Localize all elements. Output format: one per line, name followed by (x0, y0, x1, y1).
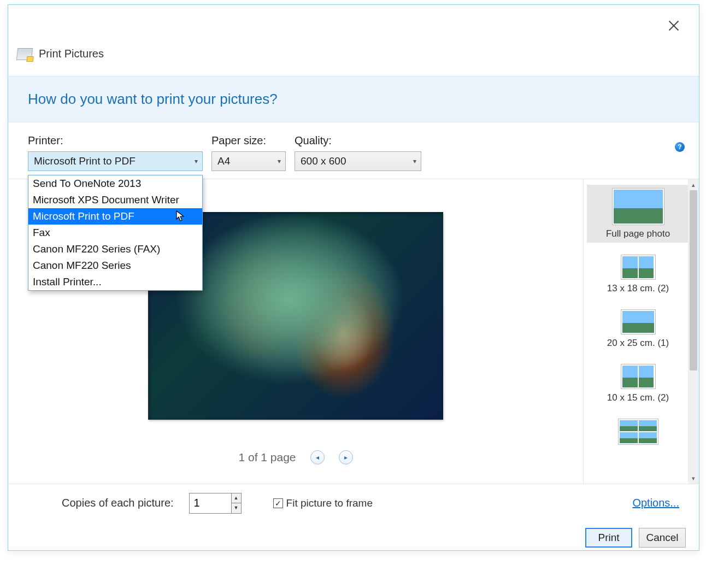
printer-option[interactable]: Fax (28, 225, 202, 241)
chevron-down-icon: ▾ (413, 157, 416, 165)
header-question: How do you want to print your pictures? (28, 91, 679, 108)
bottom-bar: Copies of each picture: ▲ ▼ ✓ Fit pictur… (8, 484, 699, 522)
quality-select[interactable]: 600 x 600▾ (295, 151, 421, 171)
printer-option[interactable]: Send To OneNote 2013 (28, 175, 202, 192)
chevron-down-icon: ▾ (278, 157, 281, 165)
header-band: How do you want to print your pictures? (8, 76, 699, 122)
printer-option[interactable]: Canon MF220 Series (28, 257, 202, 274)
layout-option[interactable] (587, 415, 689, 451)
print-pictures-dialog: Print Pictures How do you want to print … (8, 4, 699, 551)
config-row: Printer: Microsoft Print to PDF▾ Paper s… (8, 122, 699, 179)
printer-option[interactable]: Microsoft XPS Document Writer (28, 192, 202, 208)
scroll-down-icon[interactable]: ▾ (688, 473, 699, 484)
prev-page-button[interactable]: ◂ (310, 450, 325, 464)
help-icon[interactable]: ? (675, 142, 685, 152)
print-button[interactable]: Print (585, 528, 632, 548)
close-icon[interactable] (666, 18, 681, 33)
scroll-up-icon[interactable]: ▴ (688, 179, 699, 190)
next-page-button[interactable]: ▸ (339, 450, 353, 464)
layout-label: Full page photo (606, 228, 670, 239)
layout-scrollbar[interactable]: ▴ ▾ (688, 179, 699, 484)
printer-option[interactable]: Canon MF220 Series (FAX) (28, 241, 202, 257)
copies-spinner[interactable]: ▲ ▼ (189, 493, 242, 514)
layout-panel: Full page photo13 x 18 cm. (2)20 x 25 cm… (583, 179, 699, 484)
layout-label: 20 x 25 cm. (1) (607, 338, 669, 349)
layout-option[interactable]: 20 x 25 cm. (1) (587, 306, 689, 352)
layout-option[interactable]: 13 x 18 cm. (2) (587, 251, 689, 297)
copies-input[interactable] (190, 493, 231, 513)
scroll-thumb[interactable] (690, 190, 697, 371)
titlebar: Print Pictures (8, 5, 699, 65)
printer-dropdown: Send To OneNote 2013Microsoft XPS Docume… (28, 175, 203, 291)
options-link[interactable]: Options... (632, 497, 679, 509)
layout-label: 10 x 15 cm. (2) (607, 392, 669, 403)
copies-label: Copies of each picture: (62, 497, 174, 509)
dialog-title: Print Pictures (39, 48, 104, 60)
action-bar: Print Cancel (8, 522, 699, 554)
fit-to-frame-checkbox[interactable]: ✓ (273, 498, 283, 508)
printer-icon (16, 48, 33, 60)
fit-to-frame-label: Fit picture to frame (286, 497, 373, 509)
printer-select[interactable]: Microsoft Print to PDF▾ (28, 151, 203, 171)
layout-option[interactable]: 10 x 15 cm. (2) (587, 361, 689, 407)
printer-option[interactable]: Install Printer... (28, 274, 202, 290)
printer-label: Printer: (28, 134, 203, 147)
printer-option[interactable]: Microsoft Print to PDF (28, 208, 202, 225)
paper-size-label: Paper size: (211, 134, 286, 147)
spinner-up-icon[interactable]: ▲ (232, 493, 241, 503)
spinner-down-icon[interactable]: ▼ (232, 503, 241, 513)
paper-size-select[interactable]: A4▾ (211, 151, 286, 171)
chevron-down-icon: ▾ (195, 157, 198, 165)
cursor-icon (176, 210, 186, 225)
layout-label: 13 x 18 cm. (2) (607, 283, 669, 294)
layout-option[interactable]: Full page photo (587, 185, 689, 243)
pager-text: 1 of 1 page (238, 451, 296, 464)
cancel-button[interactable]: Cancel (639, 528, 686, 548)
quality-label: Quality: (295, 134, 421, 147)
